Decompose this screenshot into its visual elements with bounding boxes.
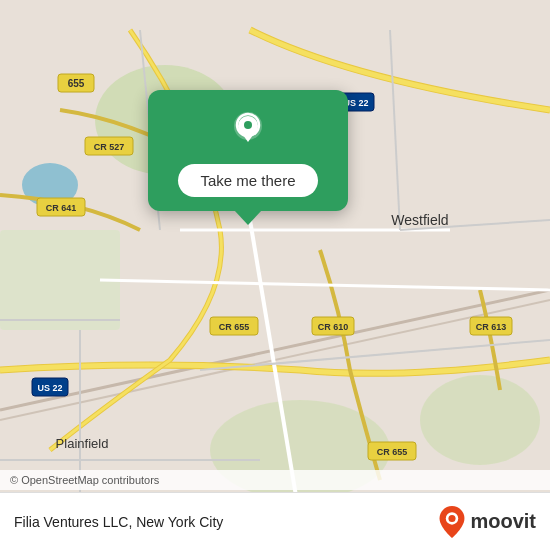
svg-line-14: [390, 30, 400, 230]
svg-point-43: [244, 121, 252, 129]
svg-text:CR 613: CR 613: [476, 322, 507, 332]
svg-text:CR 610: CR 610: [318, 322, 349, 332]
map-svg: 655 CR 527 CR 641 US 22 US 22 US 22 CR 6…: [0, 0, 550, 550]
svg-text:Plainfield: Plainfield: [56, 436, 109, 451]
location-pin-icon: [226, 108, 270, 152]
svg-text:CR 641: CR 641: [46, 203, 77, 213]
svg-text:US 22: US 22: [37, 383, 62, 393]
svg-text:655: 655: [68, 78, 85, 89]
attribution-bar: © OpenStreetMap contributors: [0, 470, 550, 490]
svg-point-45: [449, 514, 456, 521]
svg-text:Westfield: Westfield: [391, 212, 448, 228]
svg-point-4: [420, 375, 540, 465]
bottom-bar: Filia Ventures LLC, New York City moovit: [0, 492, 550, 550]
moovit-pin-icon: [438, 506, 466, 538]
location-label: Filia Ventures LLC, New York City: [14, 514, 223, 530]
svg-line-9: [100, 280, 550, 290]
svg-text:CR 655: CR 655: [377, 447, 408, 457]
svg-text:CR 655: CR 655: [219, 322, 250, 332]
svg-text:CR 527: CR 527: [94, 142, 125, 152]
attribution-text: © OpenStreetMap contributors: [10, 474, 159, 486]
moovit-brand-text: moovit: [470, 510, 536, 533]
take-me-there-button[interactable]: Take me there: [178, 164, 317, 197]
popup-card: Take me there: [148, 90, 348, 211]
map-container: 655 CR 527 CR 641 US 22 US 22 US 22 CR 6…: [0, 0, 550, 550]
moovit-logo: moovit: [438, 506, 536, 538]
